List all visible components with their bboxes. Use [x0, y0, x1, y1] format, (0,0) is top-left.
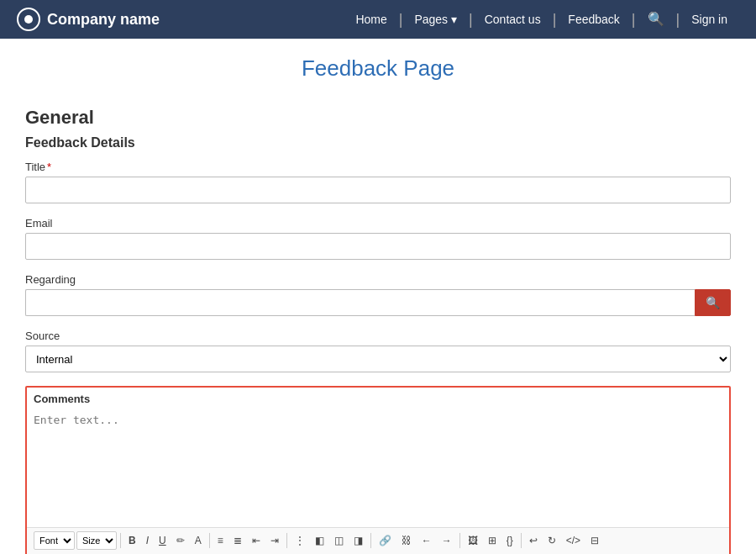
toolbar-divider-2 [209, 533, 210, 548]
email-input[interactable] [25, 233, 731, 260]
comments-label: Comments [27, 388, 729, 407]
code-button[interactable]: {} [502, 531, 517, 551]
regarding-wrapper: 🔍 [25, 289, 731, 316]
undo-button[interactable]: ↩ [525, 531, 542, 551]
regarding-input[interactable] [25, 289, 695, 316]
toolbar-divider-4 [370, 533, 371, 548]
brand-name: Company name [47, 11, 160, 29]
brand-icon [17, 8, 40, 31]
list-unordered-button[interactable]: ≡ [213, 531, 228, 551]
pages-caret-icon: ▾ [451, 13, 457, 26]
font-color-button[interactable]: A [191, 531, 206, 551]
regarding-search-button[interactable]: 🔍 [695, 289, 731, 316]
comments-editor[interactable] [27, 407, 729, 525]
video-button[interactable]: ⊞ [484, 531, 501, 551]
nav-feedback[interactable]: Feedback [556, 0, 631, 39]
search-icon: 🔍 [648, 12, 664, 26]
section-heading: General [25, 107, 731, 129]
indent-button[interactable]: ⇥ [266, 531, 283, 551]
brand[interactable]: Company name [17, 8, 160, 31]
source-field-group: Source Internal External Web [25, 330, 731, 372]
align-center-button[interactable]: ◫ [330, 531, 348, 551]
bold-button[interactable]: B [124, 531, 140, 551]
regarding-field-group: Regarding 🔍 [25, 273, 731, 316]
image-button[interactable]: 🖼 [464, 531, 482, 551]
page-title: Feedback Page [0, 39, 756, 90]
align-justify-button[interactable]: ⋮ [291, 531, 309, 551]
outdent-button[interactable]: ⇤ [248, 531, 265, 551]
underline-button[interactable]: U [155, 531, 171, 551]
main-content: General Feedback Details Title* Email Re… [8, 90, 748, 554]
align-right-button[interactable]: ◨ [349, 531, 367, 551]
email-label: Email [25, 217, 731, 230]
comments-box: Comments Font Size B I U ✏ A ≡ ≣ ⇤ ⇥ ⋮ ◧ [25, 386, 731, 554]
list-ordered-button[interactable]: ≣ [229, 531, 246, 551]
title-field-group: Title* [25, 161, 731, 203]
nav-home[interactable]: Home [344, 0, 398, 39]
highlight-button[interactable]: ✏ [172, 531, 189, 551]
source-select[interactable]: Internal External Web [25, 346, 731, 372]
toolbar-divider-5 [459, 533, 460, 548]
size-select[interactable]: Size [76, 531, 117, 550]
regarding-label: Regarding [25, 273, 731, 286]
arrow-right-button[interactable]: → [438, 531, 456, 551]
redo-button[interactable]: ↻ [543, 531, 560, 551]
nav-pages[interactable]: Pages ▾ [402, 0, 469, 39]
source-code-button[interactable]: </> [562, 531, 585, 551]
align-left-button[interactable]: ◧ [311, 531, 328, 551]
source-label: Source [25, 330, 731, 342]
italic-button[interactable]: I [142, 531, 153, 551]
toolbar-divider-6 [521, 533, 522, 548]
search-button[interactable]: 🔍 [636, 0, 676, 39]
title-input[interactable] [25, 177, 731, 203]
toolbar-divider-1 [120, 533, 121, 548]
toolbar-divider-3 [286, 533, 287, 548]
email-field-group: Email [25, 217, 731, 260]
nav-contact-us[interactable]: Contact us [473, 0, 553, 39]
font-select[interactable]: Font [34, 531, 75, 550]
unlink-button[interactable]: ⛓ [397, 531, 416, 551]
subsection-heading: Feedback Details [25, 135, 731, 150]
title-label: Title* [25, 161, 731, 173]
regarding-search-icon: 🔍 [706, 296, 720, 309]
nav-sign-in[interactable]: Sign in [680, 0, 739, 39]
link-button[interactable]: 🔗 [375, 531, 396, 551]
arrow-left-button[interactable]: ← [417, 531, 436, 551]
title-required: * [47, 161, 51, 173]
table-button[interactable]: ⊟ [586, 531, 603, 551]
comments-toolbar: Font Size B I U ✏ A ≡ ≣ ⇤ ⇥ ⋮ ◧ ◫ ◨ 🔗 ⛓ [27, 527, 729, 554]
navbar: Company name Home | Pages ▾ | Contact us… [0, 0, 756, 39]
